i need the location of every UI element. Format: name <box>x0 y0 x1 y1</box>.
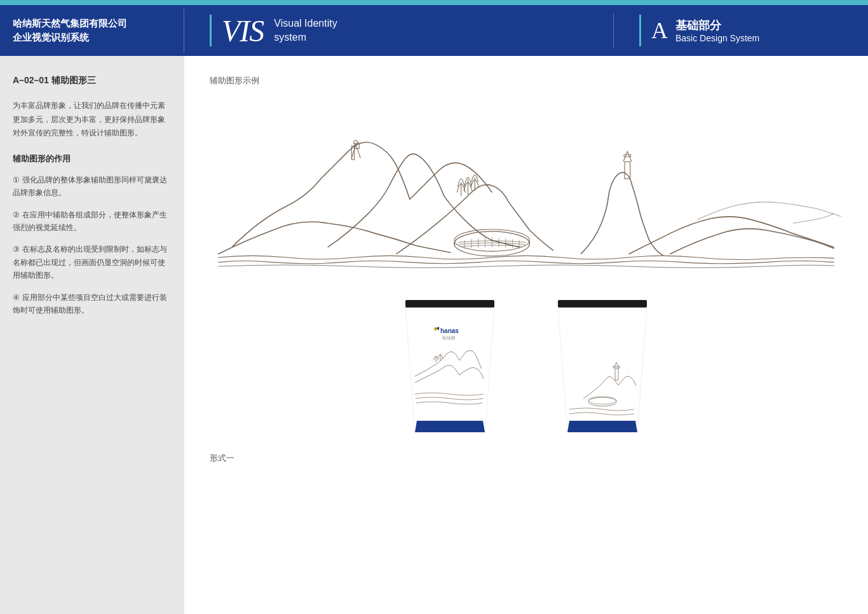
cup-1: hanas 哈纳斯 <box>393 300 507 440</box>
top-accent-bar <box>0 0 868 5</box>
sidebar-item-4: ④ 应用部分中某些项目空白过大或需要进行装饰时可使用辅助图形。 <box>13 291 172 317</box>
svg-text:哈纳斯: 哈纳斯 <box>442 336 456 340</box>
sidebar-section-title: 辅助图形的作用 <box>13 153 172 165</box>
illustration-label: 辅助图形示例 <box>210 75 843 86</box>
sidebar-item-1: ① 强化品牌的整体形象辅助图形同样可黛褒达品牌形象信息。 <box>13 174 172 200</box>
sidebar-description: 为丰富品牌形象，让我们的品牌在传播中元素更加多元，层次更为丰富，更好保持品牌形象… <box>13 99 172 140</box>
cup-2 <box>545 300 660 440</box>
company-name: 哈纳斯天然气集团有限公司 企业视觉识别系统 <box>13 17 171 45</box>
cup-2-image <box>545 300 660 440</box>
vis-acronym: VIS <box>222 13 264 48</box>
section-title: 基础部分 Basic Design System <box>675 18 759 43</box>
svg-rect-6 <box>625 161 630 179</box>
header-vis: VIS Visual Identity system <box>184 13 614 48</box>
sidebar-item-3: ③ 在标志及名称的出现受到限制时，如标志与名称都已出现过，但画面仍显空洞的时候可… <box>13 243 172 282</box>
cup-1-image: hanas 哈纳斯 <box>393 300 507 440</box>
cups-container: hanas 哈纳斯 <box>210 300 843 440</box>
content-area: 辅助图形示例 <box>184 56 868 614</box>
sidebar-item-2: ② 在应用中辅助各组成部分，使整体形象产生强烈的视觉延续性。 <box>13 208 172 235</box>
sidebar: A–02–01 辅助图形三 为丰富品牌形象，让我们的品牌在传播中元素更加多元，层… <box>0 56 184 614</box>
header-company: 哈纳斯天然气集团有限公司 企业视觉识别系统 <box>0 9 184 53</box>
section-divider <box>639 15 641 46</box>
form-label: 形式一 <box>210 453 843 464</box>
sidebar-page-title: A–02–01 辅助图形三 <box>13 75 172 86</box>
svg-rect-26 <box>558 300 647 308</box>
svg-rect-21 <box>405 300 494 308</box>
vis-divider <box>210 15 212 46</box>
vis-subtitle: Visual Identity system <box>274 17 337 45</box>
header-section: A 基础部分 Basic Design System <box>614 15 868 46</box>
svg-text:hanas: hanas <box>440 327 459 334</box>
header: 哈纳斯天然气集团有限公司 企业视觉识别系统 VIS Visual Identit… <box>0 5 868 56</box>
main-content: A–02–01 辅助图形三 为丰富品牌形象，让我们的品牌在传播中元素更加多元，层… <box>0 56 868 614</box>
section-letter: A <box>651 17 668 44</box>
landscape-illustration <box>210 97 843 275</box>
